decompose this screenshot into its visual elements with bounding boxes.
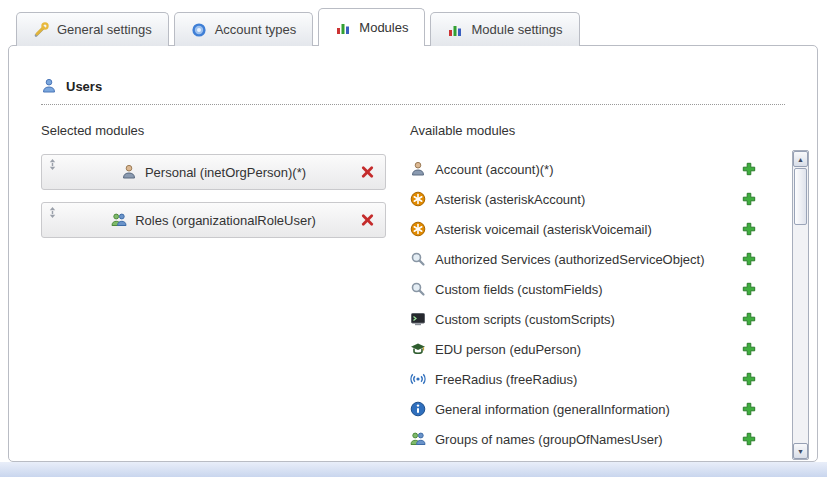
graduation-icon (410, 341, 426, 357)
remove-module-icon[interactable] (360, 213, 375, 228)
available-module-row: Asterisk voicemail (asteriskVoicemail) (410, 214, 757, 244)
tab-account-types[interactable]: Account types (174, 12, 314, 46)
add-module-icon[interactable] (741, 431, 757, 447)
available-module-row: Authorized Services (authorizedServiceOb… (410, 244, 757, 274)
person-icon (121, 164, 137, 180)
users-section-heading: Users (41, 78, 785, 105)
page-background-strip (0, 462, 827, 477)
add-module-icon[interactable] (741, 401, 757, 417)
add-module-icon[interactable] (741, 341, 757, 357)
scroll-up-button[interactable]: ▲ (793, 151, 808, 167)
chart-icon (335, 20, 351, 36)
available-module-label: Authorized Services (authorizedServiceOb… (435, 252, 732, 267)
available-module-label: Asterisk voicemail (asteriskVoicemail) (435, 222, 732, 237)
magnifier-icon (410, 281, 426, 297)
scroll-down-button[interactable]: ▼ (793, 443, 808, 459)
add-module-icon[interactable] (741, 251, 757, 267)
available-modules-label: Available modules (410, 123, 785, 138)
available-module-row: General information (generalInformation) (410, 394, 757, 424)
add-module-icon[interactable] (741, 221, 757, 237)
chart-icon (447, 22, 463, 38)
available-modules-column: Available modules Account (account)(*) (410, 123, 785, 454)
drag-handle-icon[interactable] (48, 158, 57, 171)
selected-module-row[interactable]: Roles (organizationalRoleUser) (41, 202, 386, 238)
tab-label: Account types (215, 22, 297, 37)
tab-bar: General settings Account types Modules M… (16, 8, 580, 46)
selected-modules-label: Selected modules (41, 123, 386, 138)
remove-module-icon[interactable] (360, 165, 375, 180)
selected-module-label: Personal (inetOrgPerson)(*) (145, 165, 306, 180)
lam-config-screen: General settings Account types Modules M… (0, 0, 827, 477)
add-module-icon[interactable] (741, 281, 757, 297)
available-module-row: Custom fields (customFields) (410, 274, 757, 304)
tab-label: Modules (359, 20, 408, 35)
available-module-label: Custom scripts (customScripts) (435, 312, 732, 327)
add-module-icon[interactable] (741, 191, 757, 207)
tab-general-settings[interactable]: General settings (16, 12, 169, 46)
selected-module-label: Roles (organizationalRoleUser) (135, 213, 316, 228)
scrollbar-thumb[interactable] (794, 168, 807, 225)
available-module-label: Custom fields (customFields) (435, 282, 732, 297)
add-module-icon[interactable] (741, 311, 757, 327)
selected-module-row[interactable]: Personal (inetOrgPerson)(*) (41, 154, 386, 190)
triangle-down-icon: ▼ (797, 448, 804, 455)
available-modules-list: Account (account)(*) Asterisk (asteriskA… (410, 154, 785, 454)
tab-label: Module settings (471, 22, 562, 37)
modules-panel: Users Selected modules Personal (inetOrg… (8, 45, 818, 462)
info-icon (410, 401, 426, 417)
triangle-up-icon: ▲ (797, 156, 804, 163)
tab-label: General settings (57, 22, 152, 37)
asterisk-icon (410, 221, 426, 237)
available-module-label: Groups of names (groupOfNamesUser) (435, 432, 732, 447)
add-module-icon[interactable] (741, 161, 757, 177)
add-module-icon[interactable] (741, 371, 757, 387)
available-module-label: Account (account)(*) (435, 162, 732, 177)
module-columns: Selected modules Personal (inetOrgPerson… (41, 123, 785, 454)
users-section-title: Users (66, 79, 102, 94)
available-module-label: FreeRadius (freeRadius) (435, 372, 732, 387)
magnifier-icon (410, 251, 426, 267)
group-icon (410, 431, 426, 447)
available-module-row: FreeRadius (freeRadius) (410, 364, 757, 394)
asterisk-icon (410, 191, 426, 207)
tab-module-settings[interactable]: Module settings (430, 12, 579, 46)
available-module-row: EDU person (eduPerson) (410, 334, 757, 364)
terminal-icon (410, 311, 426, 327)
tab-modules[interactable]: Modules (318, 8, 425, 46)
tools-icon (33, 22, 49, 38)
available-module-row: Groups of names (groupOfNamesUser) (410, 424, 757, 454)
antenna-icon (410, 371, 426, 387)
person-icon (410, 161, 426, 177)
selected-modules-column: Selected modules Personal (inetOrgPerson… (41, 123, 386, 454)
available-modules-scrollbar[interactable]: ▲ ▼ (792, 150, 809, 460)
available-module-label: Asterisk (asteriskAccount) (435, 192, 732, 207)
user-icon (41, 78, 57, 94)
available-module-label: EDU person (eduPerson) (435, 342, 732, 357)
badge-icon (191, 22, 207, 38)
available-module-row: Custom scripts (customScripts) (410, 304, 757, 334)
drag-handle-icon[interactable] (48, 206, 57, 219)
available-module-row: Asterisk (asteriskAccount) (410, 184, 757, 214)
group-icon (111, 212, 127, 228)
available-module-label: General information (generalInformation) (435, 402, 732, 417)
available-module-row: Account (account)(*) (410, 154, 757, 184)
